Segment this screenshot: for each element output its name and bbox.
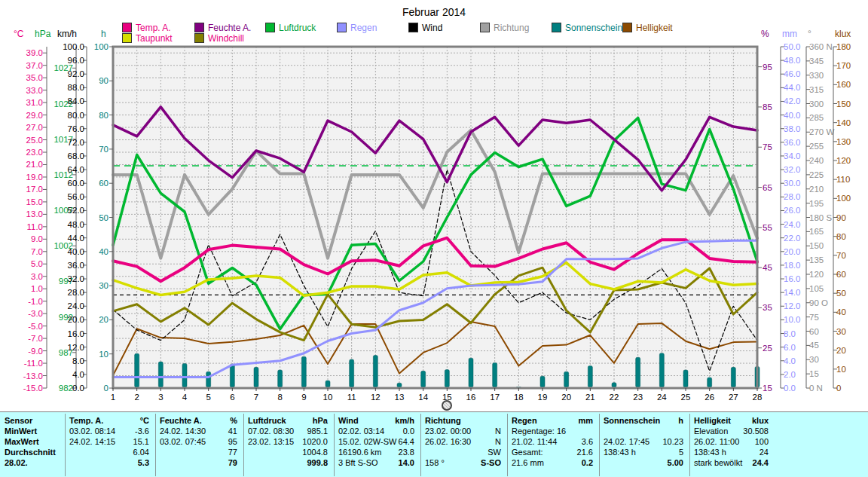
table-cell-row: 1004.8 <box>248 448 328 457</box>
svg-text:35.0: 35.0 <box>26 73 43 82</box>
svg-text:12.0: 12.0 <box>784 301 800 310</box>
table-column-regen: RegenmmRegentage: 1621.02. 11:443.6Gesam… <box>512 412 593 477</box>
svg-text:75: 75 <box>809 313 819 322</box>
svg-text:55: 55 <box>763 223 772 232</box>
svg-text:0: 0 <box>836 384 841 393</box>
svg-text:150: 150 <box>809 241 824 250</box>
svg-text:15: 15 <box>763 384 772 393</box>
svg-text:45: 45 <box>763 263 772 272</box>
svg-text:33.0: 33.0 <box>26 86 43 95</box>
table-cell-row: 3 Bft S-SO14.0 <box>338 458 414 468</box>
svg-text:10: 10 <box>323 393 333 402</box>
svg-text:0.0: 0.0 <box>72 384 84 393</box>
svg-text:300: 300 <box>809 99 824 109</box>
svg-text:24.0: 24.0 <box>784 220 800 229</box>
svg-text:70: 70 <box>836 251 846 260</box>
svg-text:5.0: 5.0 <box>31 259 43 268</box>
svg-text:-7.0: -7.0 <box>28 334 43 343</box>
table-row-label: 28.02. <box>5 458 63 468</box>
svg-text:16: 16 <box>466 393 476 402</box>
svg-text:4.0: 4.0 <box>72 370 84 379</box>
table-cell-row: 138:43 h24 <box>694 448 769 457</box>
table-column-header: LuftdruckhPa <box>248 416 328 426</box>
table-cell-row: 23.02. 13:151020.0 <box>248 437 328 447</box>
table-cell-row: 79 <box>160 458 237 468</box>
svg-text:23.0: 23.0 <box>26 148 43 157</box>
x-axis-labels: 1234567891011121314151617181920212223242… <box>111 388 763 402</box>
svg-text:50: 50 <box>836 289 846 298</box>
svg-text:36.0: 36.0 <box>784 138 800 147</box>
svg-text:21: 21 <box>585 393 595 402</box>
svg-text:85: 85 <box>763 102 772 112</box>
svg-text:88.0: 88.0 <box>68 83 84 92</box>
svg-text:32.0: 32.0 <box>68 274 84 283</box>
svg-text:100.0: 100.0 <box>63 42 84 51</box>
svg-text:70: 70 <box>99 145 108 154</box>
svg-text:18.0: 18.0 <box>784 261 800 270</box>
svg-text:50: 50 <box>99 213 108 222</box>
svg-text:5: 5 <box>206 393 210 402</box>
table-column-header: Helligkeitklux <box>694 416 769 426</box>
svg-text:46.0: 46.0 <box>784 69 800 78</box>
table-column-header: Feuchte A.% <box>160 416 237 426</box>
svg-text:-11.0: -11.0 <box>24 359 43 368</box>
table-cell-row: stark bewölkt24.4 <box>694 458 769 468</box>
svg-text:44.0: 44.0 <box>68 234 84 243</box>
svg-text:23: 23 <box>633 393 643 402</box>
table-column-header: Richtung <box>425 416 501 426</box>
svg-text:48.0: 48.0 <box>68 220 84 229</box>
svg-text:22: 22 <box>610 393 619 402</box>
svg-text:7: 7 <box>254 393 258 402</box>
svg-text:60: 60 <box>809 327 819 336</box>
svg-text:160: 160 <box>836 80 851 89</box>
svg-text:60: 60 <box>836 270 846 279</box>
svg-text:38.0: 38.0 <box>784 124 800 133</box>
table-column-header: Temp. A.°C <box>69 416 149 426</box>
svg-text:64.0: 64.0 <box>68 165 84 174</box>
table-column-separator <box>420 414 421 476</box>
svg-text:25: 25 <box>681 393 691 402</box>
svg-text:225: 225 <box>809 170 824 179</box>
svg-text:8.0: 8.0 <box>784 329 796 338</box>
svg-text:40.0: 40.0 <box>68 247 84 256</box>
svg-text:76.0: 76.0 <box>68 124 84 133</box>
svg-text:18: 18 <box>514 393 524 402</box>
svg-text:14.0: 14.0 <box>784 288 800 297</box>
svg-text:9.0: 9.0 <box>31 234 43 243</box>
table-cell-row: 24.02. 14:3041 <box>160 427 237 436</box>
svg-text:75: 75 <box>763 142 772 151</box>
svg-text:68.0: 68.0 <box>68 151 84 161</box>
table-column-tempa: Temp. A.°C03.02. 08:14-3.624.02. 14:1515… <box>69 412 149 477</box>
svg-text:105: 105 <box>809 284 824 293</box>
svg-text:13.0: 13.0 <box>26 209 43 219</box>
table-column-wind: Windkm/h02.02. 03:140.015.02. 02W-SW64.4… <box>338 412 414 477</box>
svg-text:29.0: 29.0 <box>26 111 43 120</box>
svg-text:40: 40 <box>836 307 846 316</box>
table-column-header: Sonnenscheinh <box>604 416 683 426</box>
svg-text:84.0: 84.0 <box>68 96 84 105</box>
table-column-header: Regenmm <box>512 416 593 426</box>
svg-text:34.0: 34.0 <box>784 151 800 161</box>
table-cell-row: 16190.6 km23.8 <box>338 448 414 457</box>
svg-text:9: 9 <box>301 393 306 402</box>
svg-text:26.0: 26.0 <box>784 206 800 215</box>
svg-text:20: 20 <box>836 346 846 355</box>
table-cell-row: 26.02. 11:00100 <box>694 437 769 447</box>
svg-text:270 W: 270 W <box>809 127 834 136</box>
svg-text:120: 120 <box>809 270 824 279</box>
svg-text:80.0: 80.0 <box>68 111 84 120</box>
svg-text:100: 100 <box>94 42 108 51</box>
svg-text:24: 24 <box>657 393 667 402</box>
svg-text:3.0: 3.0 <box>31 272 43 281</box>
svg-text:80: 80 <box>836 232 846 241</box>
svg-text:36.0: 36.0 <box>68 261 84 270</box>
svg-text:17.0: 17.0 <box>26 185 43 194</box>
svg-text:90: 90 <box>99 76 108 85</box>
svg-text:3: 3 <box>158 393 163 402</box>
svg-text:360 N: 360 N <box>809 42 833 51</box>
svg-text:35: 35 <box>763 303 772 312</box>
svg-text:150: 150 <box>836 99 851 109</box>
svg-text:7.0: 7.0 <box>31 247 43 256</box>
svg-text:11.0: 11.0 <box>26 222 43 231</box>
svg-text:22.0: 22.0 <box>784 234 800 243</box>
